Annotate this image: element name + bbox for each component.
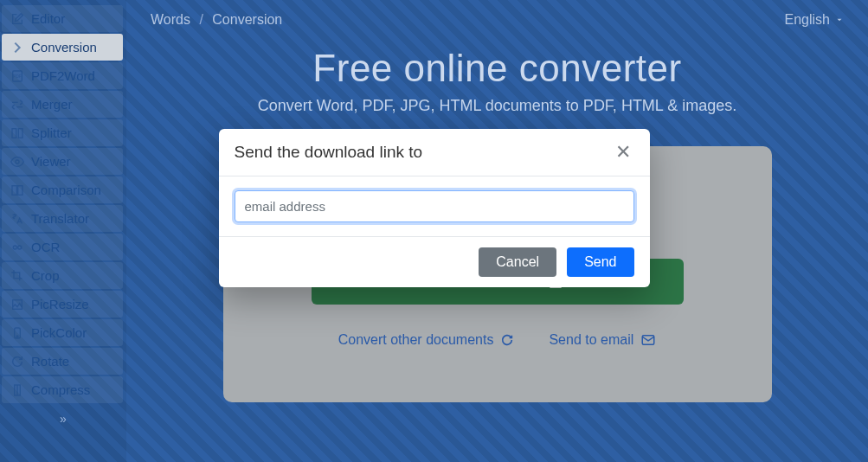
send-button[interactable]: Send xyxy=(567,247,633,277)
modal-close-button[interactable]: ✕ xyxy=(612,141,634,164)
modal-body xyxy=(219,176,650,237)
modal-title: Send the download link to xyxy=(235,143,423,162)
modal-footer: Cancel Send xyxy=(219,237,650,287)
cancel-button[interactable]: Cancel xyxy=(479,247,556,277)
email-input[interactable] xyxy=(235,190,634,222)
modal-header: Send the download link to ✕ xyxy=(219,129,650,176)
modal-backdrop: Send the download link to ✕ Cancel Send xyxy=(0,0,868,462)
send-link-modal: Send the download link to ✕ Cancel Send xyxy=(219,129,650,287)
close-icon: ✕ xyxy=(615,141,631,163)
